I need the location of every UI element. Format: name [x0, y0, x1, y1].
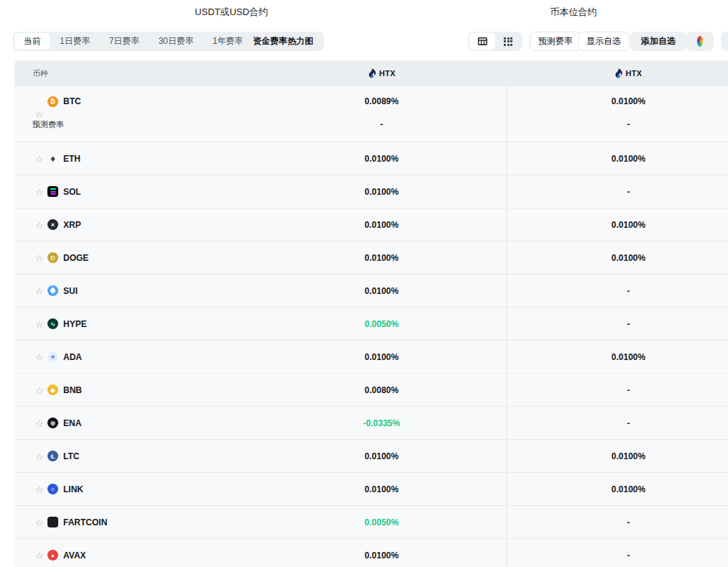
- coin-row-doge[interactable]: ☆ÐDOGE0.0100%0.0100%: [14, 241, 728, 274]
- coin-cell: SOL: [14, 175, 257, 208]
- extra-toolbar-button[interactable]: [721, 32, 728, 51]
- funding-rate-value: 0.0100%: [507, 241, 728, 274]
- coin-row-link[interactable]: ☆○LINK0.0100%0.0100%: [14, 472, 728, 505]
- funding-rate-value: -: [507, 308, 728, 340]
- htx-flame-icon: [368, 68, 376, 78]
- xrp-icon: ×: [47, 219, 58, 230]
- coin-row-bnb[interactable]: ☆◆BNB0.0080%-: [14, 373, 728, 406]
- funding-rate-value: -: [507, 407, 728, 439]
- doge-icon: Ð: [47, 252, 58, 263]
- coin-symbol: DOGE: [63, 253, 88, 263]
- funding-rate-value: 0.0080%: [257, 374, 507, 406]
- funding-rate-value: 0.0100%: [507, 142, 728, 175]
- avax-icon: ▲: [47, 550, 58, 561]
- ena-icon: ⊛: [47, 418, 58, 428]
- color-palette-button[interactable]: [686, 32, 714, 51]
- sui-icon: [47, 285, 58, 296]
- coin-row-hype[interactable]: ☆∿HYPE0.0050%-: [14, 307, 728, 340]
- tab-4[interactable]: 30日费率: [149, 33, 203, 50]
- favorite-star-icon[interactable]: ☆: [35, 220, 44, 229]
- coin-cell: ŁLTC: [14, 440, 257, 472]
- show-favorites-button[interactable]: 显示自选: [578, 32, 630, 51]
- exchange-header-coin-margined[interactable]: HTX: [507, 60, 728, 86]
- funding-rate-value: 0.0100%: [257, 142, 507, 175]
- predicted-rate-label: 预测费率: [14, 116, 257, 142]
- funding-rate-value: 0.0100%: [257, 473, 507, 505]
- tab-2[interactable]: 1日费率: [50, 33, 100, 50]
- funding-rate-value: 0.0100%: [507, 208, 728, 241]
- coin-symbol: BTC: [63, 96, 81, 106]
- funding-heatmap-button[interactable]: 资金费率热力图: [242, 32, 324, 51]
- favorite-star-icon[interactable]: ☆: [35, 484, 44, 494]
- tab-1[interactable]: 当前: [14, 33, 50, 50]
- funding-rate-value: -: [507, 539, 728, 567]
- favorite-star-icon[interactable]: ☆: [35, 517, 44, 527]
- exchange-header-usdt[interactable]: HTX: [257, 60, 507, 86]
- favorite-star-icon[interactable]: ☆: [35, 550, 44, 560]
- ltc-icon: Ł: [47, 451, 58, 461]
- coin-row-eth[interactable]: ☆♦ETH0.0100%0.0100%: [14, 142, 728, 175]
- coin-cell: ÐDOGE: [14, 241, 257, 274]
- grid-view-icon: [504, 37, 512, 46]
- favorite-star-icon[interactable]: ☆: [35, 286, 44, 295]
- funding-rate-page: USDT或USD合约 币本位合约 当前1日费率7日费率30日费率1年费率 资金费…: [0, 0, 728, 567]
- funding-rate-value: 0.0089%: [257, 86, 507, 116]
- funding-rate-value: -: [507, 116, 728, 142]
- period-tab-group: 当前1日费率7日费率30日费率1年费率: [13, 32, 254, 51]
- grid-view-button[interactable]: [495, 33, 521, 50]
- favorite-star-icon[interactable]: ☆: [35, 418, 44, 428]
- table-view-button[interactable]: [469, 33, 495, 50]
- coin-cell: ▲AVAX: [14, 539, 257, 567]
- coin-cell: ×XRP: [14, 208, 257, 241]
- coin-cell: ○LINK: [14, 473, 257, 505]
- coin-symbol: SOL: [63, 187, 81, 197]
- coin-cell: ₿BTC: [14, 86, 257, 116]
- coin-symbol: LTC: [63, 451, 79, 461]
- favorite-star-icon[interactable]: ☆: [35, 187, 44, 196]
- favorite-star-icon[interactable]: ☆: [35, 154, 44, 163]
- funding-rate-value: -: [257, 116, 507, 142]
- funding-rate-value: 0.0100%: [507, 86, 728, 116]
- coin-cell: ♦ETH: [14, 142, 257, 175]
- coin-row-fartcoin[interactable]: ☆ FARTCOIN0.0050%-: [14, 505, 728, 538]
- favorite-star-icon[interactable]: ☆: [35, 253, 44, 262]
- funding-rate-value: 0.0100%: [257, 208, 507, 241]
- coin-cell: FARTCOIN: [14, 506, 257, 538]
- funding-rate-value: 0.0100%: [507, 341, 728, 373]
- favorite-star-icon[interactable]: ☆: [35, 109, 44, 119]
- funding-rate-value: 0.0100%: [507, 440, 728, 472]
- favorite-star-icon[interactable]: ☆: [35, 319, 44, 328]
- funding-rate-value: 0.0050%: [257, 506, 507, 538]
- coin-symbol: FARTCOIN: [63, 517, 107, 527]
- funding-rate-value: -0.0335%: [257, 407, 507, 439]
- section-header-coin-margined-contracts: 币本位合约: [550, 6, 597, 19]
- sol-icon: [47, 186, 58, 197]
- funding-rate-value: -: [507, 374, 728, 406]
- fartcoin-icon: [47, 517, 58, 527]
- coin-symbol: ADA: [63, 352, 82, 362]
- coin-row-avax[interactable]: ☆▲AVAX0.0100%-: [14, 538, 728, 567]
- htx-flame-icon: [614, 68, 622, 78]
- tab-3[interactable]: 7日费率: [100, 33, 149, 50]
- funding-rate-value: -: [507, 506, 728, 538]
- favorite-star-icon[interactable]: ☆: [35, 352, 44, 361]
- coin-row-ltc[interactable]: ☆ŁLTC0.0100%0.0100%: [14, 439, 728, 472]
- coin-cell: ∿HYPE: [14, 308, 257, 340]
- add-favorites-button[interactable]: 添加自选: [630, 32, 686, 51]
- coin-row-sol[interactable]: ☆SOL0.0100%-: [14, 175, 728, 208]
- funding-rate-value: 0.0100%: [257, 241, 507, 274]
- favorite-star-icon[interactable]: ☆: [35, 385, 44, 395]
- coin-symbol: SUI: [63, 286, 78, 296]
- favorite-star-icon[interactable]: ☆: [35, 451, 44, 461]
- coin-row-ena[interactable]: ☆⊛ENA-0.0335%-: [14, 406, 728, 439]
- coin-row-sui[interactable]: ☆SUI0.0100%-: [14, 274, 728, 307]
- coin-row-ada[interactable]: ☆✳ADA0.0100%0.0100%: [14, 340, 728, 373]
- funding-rate-value: 0.0100%: [257, 275, 507, 307]
- link-icon: ○: [47, 484, 58, 494]
- coin-row-btc[interactable]: ☆₿BTC0.0089%0.0100%预测费率--: [14, 86, 728, 142]
- predicted-rate-button[interactable]: 预测费率: [530, 32, 581, 51]
- toolbar: 当前1日费率7日费率30日费率1年费率 资金费率热力图 预测费率 显示自选 添加…: [0, 32, 728, 51]
- coin-row-xrp[interactable]: ☆×XRP0.0100%0.0100%: [14, 208, 728, 241]
- coin-symbol: HYPE: [63, 319, 87, 329]
- coin-cell: ⊛ENA: [14, 407, 257, 439]
